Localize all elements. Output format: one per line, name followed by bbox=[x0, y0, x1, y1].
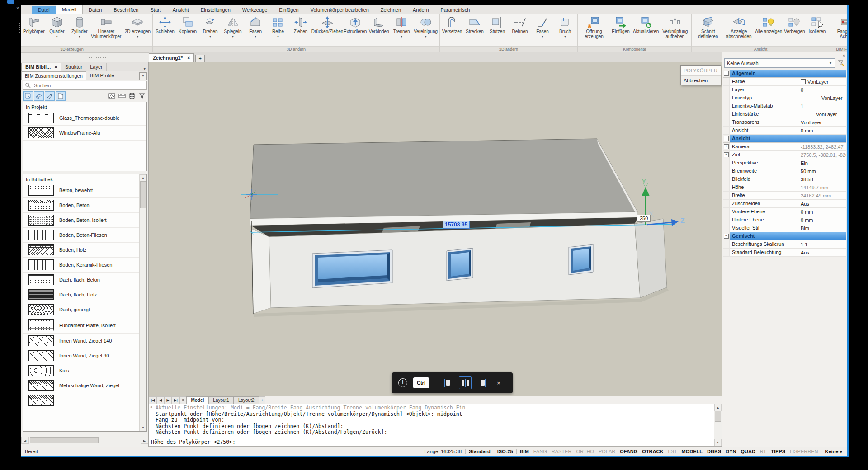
ribbon-button-isolieren[interactable]: Isolieren bbox=[806, 15, 829, 35]
ribbon-button-fasen[interactable]: Fasen▼ bbox=[531, 15, 554, 38]
scrollbar-thumb[interactable] bbox=[715, 411, 721, 422]
property-row-visueller-stil[interactable]: Visueller StilBim bbox=[723, 224, 846, 232]
property-value[interactable]: Aus bbox=[798, 200, 846, 207]
property-row-brennweite[interactable]: Brennweite50 mm bbox=[723, 167, 846, 175]
close-icon[interactable]: × bbox=[187, 55, 190, 61]
layout-tab-layout1[interactable]: Layout1 bbox=[208, 396, 234, 404]
command-scrollbar[interactable]: ▲ ▼ bbox=[714, 404, 722, 446]
dropdown-arrow-icon[interactable]: ▼ bbox=[400, 35, 403, 38]
ribbon-button-polyk-rper[interactable]: Polykörper bbox=[22, 15, 46, 35]
offset-input[interactable]: 250 bbox=[637, 215, 651, 222]
funnel-icon[interactable] bbox=[137, 92, 146, 100]
close-icon[interactable]: × bbox=[497, 380, 500, 386]
ribbon-button-anzeige-abschneiden[interactable]: Anzeige abschneiden bbox=[723, 15, 754, 39]
ribbon-button-kopieren[interactable]: Kopieren bbox=[176, 15, 199, 35]
hscrollbar-thumb[interactable] bbox=[30, 437, 99, 443]
dropdown-arrow-icon[interactable]: ▼ bbox=[231, 35, 235, 38]
property-value[interactable]: 50 mm bbox=[798, 167, 846, 175]
ribbon-button-2d-erzeugen[interactable]: 2D erzeugen▼ bbox=[124, 15, 151, 38]
ribbon-tab-einstellungen[interactable]: Einstellungen bbox=[195, 6, 236, 14]
layout-nav-1[interactable]: ◀ bbox=[157, 396, 164, 404]
list-item-boden-beton-fliesen[interactable]: Boden, Beton-Fliesen bbox=[23, 228, 140, 243]
property-value[interactable]: 0 bbox=[798, 86, 846, 94]
list-item-fundament-platte-isoliert[interactable]: Fundament Platte, isoliert bbox=[23, 317, 140, 334]
property-row-zuschneiden[interactable]: ZuschneidenAus bbox=[723, 200, 846, 208]
property-row-blickfeld[interactable]: Blickfeld38.58 bbox=[723, 175, 846, 183]
property-row-breite[interactable]: Breite24162.49 mm bbox=[723, 192, 846, 200]
new-layout-tab-button[interactable]: + bbox=[259, 396, 266, 404]
ribbon-tab-parametrisch[interactable]: Parametrisch bbox=[435, 6, 476, 14]
ribbon-tab-werkzeuge[interactable]: Werkzeuge bbox=[236, 6, 273, 14]
status-toggle-ortho[interactable]: ORTHO bbox=[574, 449, 596, 454]
layout-tab-model[interactable]: Model bbox=[186, 396, 208, 404]
ribbon-tab-start[interactable]: Start bbox=[144, 6, 166, 14]
ribbon-tab-einf-gen[interactable]: Einfügen bbox=[273, 6, 304, 14]
solid-filter-icon[interactable] bbox=[34, 91, 44, 101]
extrude-both-sides-icon[interactable] bbox=[459, 376, 472, 389]
property-value[interactable]: 14149.7 mm bbox=[798, 183, 846, 191]
ribbon-tab-ansicht[interactable]: Ansicht bbox=[167, 6, 195, 14]
extrude-side-left-icon[interactable] bbox=[441, 377, 453, 389]
ribbon-button-verkn-pfung-aufheben[interactable]: Verknüpfung aufheben bbox=[660, 15, 690, 39]
scroll-down-icon[interactable]: ▼ bbox=[714, 439, 722, 446]
subtab-bim-zusammenstellungen[interactable]: BIM Zusammenstellungen bbox=[21, 71, 86, 80]
list-item-dach-flach-beton[interactable]: Dach, flach, Beton bbox=[23, 273, 140, 287]
property-value[interactable]: 0 mm bbox=[798, 127, 846, 134]
status-toggle-iso-25[interactable]: ISO-25 bbox=[495, 449, 515, 454]
new-document-tab-button[interactable]: + bbox=[195, 55, 204, 62]
property-value[interactable]: 1 bbox=[798, 102, 846, 110]
ribbon-tab-daten[interactable]: Daten bbox=[83, 6, 108, 14]
property-value[interactable]: 38.58 bbox=[798, 175, 846, 183]
list-item-dach-flach-holz[interactable]: Dach, flach, Holz bbox=[23, 287, 140, 302]
library-scrollbar[interactable]: ▲ ▼ bbox=[139, 174, 146, 431]
list-item-kies[interactable]: Kies bbox=[23, 363, 140, 378]
status-toggle-raster[interactable]: RASTER bbox=[549, 449, 574, 454]
command-prompt[interactable]: Höhe des Polykörper <2750>: bbox=[151, 437, 713, 445]
status-toggle-fang[interactable]: FANG bbox=[531, 449, 549, 454]
ribbon-button-alle-anzeigen[interactable]: Alle anzeigen bbox=[754, 15, 783, 35]
property-row-ziel[interactable]: +Ziel2750.5, -382.01, -8267.09 bbox=[723, 151, 846, 159]
property-value[interactable]: 2750.5, -382.01, -8267.09 bbox=[798, 151, 846, 159]
status-toggle-dyn[interactable]: DYN bbox=[723, 449, 738, 454]
dropdown-arrow-icon[interactable]: ▼ bbox=[78, 35, 81, 38]
stamp-filter-icon[interactable] bbox=[23, 91, 33, 101]
ribbon-tab-beschriften[interactable]: Beschriften bbox=[108, 6, 144, 14]
sidebar-tab-bim-bibli[interactable]: BIM Bibli...× bbox=[21, 63, 61, 71]
edge-panel-grip[interactable] bbox=[19, 23, 20, 34]
property-value[interactable]: VonLayer bbox=[798, 118, 846, 126]
list-item-innen-wand-ziegel-140[interactable]: Innen Wand, Ziegel 140 bbox=[23, 334, 140, 348]
property-row-farbe[interactable]: FarbeVonLayer bbox=[723, 78, 846, 86]
layout-nav-3[interactable]: ▶| bbox=[172, 396, 180, 404]
ctrl-key-button[interactable]: Ctrl bbox=[413, 377, 429, 388]
ribbon-button-fang-zur-achse[interactable]: Fang zur Achse bbox=[831, 15, 847, 39]
ribbon-button-einf-gen[interactable]: Einfügen bbox=[609, 15, 632, 35]
property-row-transparenz[interactable]: TransparenzVonLayer bbox=[723, 118, 846, 127]
list-item-windowframe-alu[interactable]: WindowFrame-Alu bbox=[23, 126, 146, 141]
extrude-side-right-icon[interactable] bbox=[477, 377, 489, 389]
database-icon[interactable] bbox=[127, 92, 137, 100]
list-item-boden-keramik-fliesen[interactable]: Boden, Keramik-Fliesen bbox=[23, 258, 140, 273]
hatch-icon[interactable] bbox=[108, 92, 117, 100]
ribbon-button-aktualisieren[interactable]: Aktualisieren bbox=[632, 15, 660, 35]
layout-list-icon[interactable]: ≡ bbox=[180, 396, 187, 404]
properties-close-icon[interactable]: × bbox=[843, 53, 845, 58]
document-tab-zeichnung1[interactable]: Zeichnung1*× bbox=[149, 53, 194, 62]
ribbon-button-ziehen[interactable]: Ziehen bbox=[289, 15, 312, 35]
ribbon-button-verbergen[interactable]: Verbergen bbox=[783, 15, 806, 35]
panel-grip-dots[interactable] bbox=[89, 57, 107, 58]
ribbon-button-bruch[interactable]: Bruch▼ bbox=[554, 15, 576, 38]
property-row-ansicht[interactable]: Ansicht0 mm bbox=[723, 127, 846, 135]
status-toggle-lisperren[interactable]: LISPERREN bbox=[788, 449, 820, 454]
status-toggle-bim[interactable]: BIM bbox=[518, 449, 531, 454]
ribbon-tab-volumenk-rper-bearbeiten[interactable]: Volumenkörper bearbeiten bbox=[305, 6, 375, 14]
ribbon-tab-modell[interactable]: Modell bbox=[56, 5, 83, 14]
ribbon-button-fasen[interactable]: Fasen▼ bbox=[244, 15, 267, 38]
sidebar-tab-layer[interactable]: Layer bbox=[86, 63, 107, 71]
status-toggle-polar[interactable]: POLAR bbox=[596, 449, 618, 454]
ribbon-button-schieben[interactable]: Schieben bbox=[154, 15, 176, 35]
dropdown-arrow-icon[interactable]: ▼ bbox=[277, 35, 280, 38]
scroll-up-icon[interactable]: ▲ bbox=[140, 174, 146, 182]
ribbon-button-drehen[interactable]: Drehen▼ bbox=[199, 15, 222, 38]
sidebar-tab-struktur[interactable]: Struktur bbox=[61, 63, 87, 71]
dropdown-arrow-icon[interactable]: ▼ bbox=[541, 35, 544, 38]
